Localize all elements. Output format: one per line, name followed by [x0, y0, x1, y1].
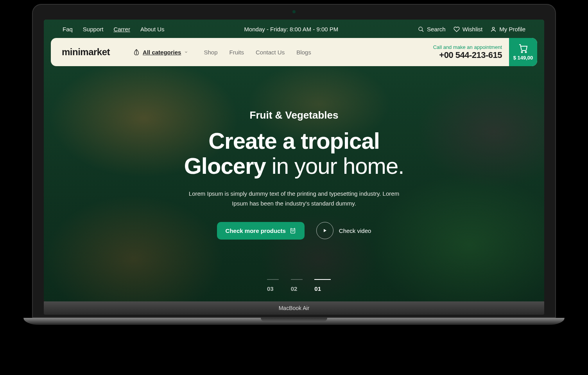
- hero-description: Lorem Ipsum is simply dummy text of the …: [188, 189, 400, 209]
- all-categories-button[interactable]: All categories: [133, 49, 188, 56]
- heart-icon: [454, 26, 460, 32]
- nav-links: Shop Fruits Contact Us Blogs: [204, 49, 311, 56]
- cart-icon: [518, 44, 528, 53]
- svg-marker-6: [324, 229, 326, 232]
- device-label-bar: MacBook Air: [44, 301, 544, 315]
- chevron-down-icon: [184, 50, 188, 54]
- camera-dot: [292, 10, 296, 13]
- laptop-mockup: Faq Support Carrer About Us Monday - Fri…: [32, 4, 556, 325]
- leaf-icon: [133, 49, 140, 55]
- page-01[interactable]: 01: [314, 285, 321, 292]
- video-label: Check video: [339, 227, 371, 234]
- user-icon: [490, 26, 497, 32]
- wishlist-link[interactable]: Wishlist: [454, 26, 483, 32]
- topbar-right: Search Wishlist My Profile: [418, 26, 525, 32]
- cta-label: Check more products: [226, 227, 286, 234]
- navbar: minimarket All categories Shop Fruits: [51, 38, 537, 66]
- call-block: Call and make an appointment +00 544-213…: [433, 44, 509, 60]
- hero-title-bold: Glocery: [184, 153, 266, 178]
- hero-actions: Check more products Check video: [59, 222, 529, 240]
- check-products-button[interactable]: Check more products: [217, 222, 305, 240]
- call-label: Call and make an appointment: [433, 44, 502, 50]
- search-icon: [418, 26, 424, 32]
- screen: Faq Support Carrer About Us Monday - Fri…: [44, 20, 544, 301]
- profile-link[interactable]: My Profile: [490, 26, 525, 32]
- wishlist-label: Wishlist: [463, 26, 483, 32]
- logo[interactable]: minimarket: [62, 47, 110, 58]
- svg-point-2: [493, 27, 495, 29]
- laptop-notch: [261, 318, 327, 321]
- laptop-base: [23, 318, 565, 325]
- cart-price: $ 149,00: [513, 55, 533, 61]
- search-label: Search: [427, 26, 446, 32]
- svg-line-1: [422, 30, 423, 32]
- topbar-link-support[interactable]: Support: [83, 26, 104, 32]
- all-categories-label: All categories: [143, 49, 181, 56]
- nav-contact[interactable]: Contact Us: [256, 49, 285, 56]
- check-video-button[interactable]: Check video: [316, 222, 371, 239]
- page-03[interactable]: 03: [267, 285, 274, 292]
- hero-section: Fruit & Vegetables Create a tropical Glo…: [44, 66, 544, 240]
- screen-bezel: Faq Support Carrer About Us Monday - Fri…: [32, 4, 556, 318]
- search-link[interactable]: Search: [418, 26, 446, 32]
- nav-shop[interactable]: Shop: [204, 49, 217, 56]
- hero-subtitle: Fruit & Vegetables: [59, 109, 529, 121]
- topbar-left: Faq Support Carrer About Us: [63, 26, 165, 32]
- nav-right: Call and make an appointment +00 544-213…: [433, 38, 537, 66]
- business-hours: Monday - Friday: 8:00 AM - 9:00 PM: [244, 26, 338, 32]
- topbar-link-carrer[interactable]: Carrer: [113, 26, 130, 32]
- bag-icon: [290, 227, 296, 234]
- phone-number[interactable]: +00 544-213-615: [433, 50, 502, 60]
- hero-title-line1: Create a tropical: [59, 128, 529, 153]
- svg-point-4: [525, 51, 527, 52]
- topbar: Faq Support Carrer About Us Monday - Fri…: [44, 20, 544, 38]
- hero-title-line2: Glocery in your home.: [59, 153, 529, 178]
- topbar-link-about[interactable]: About Us: [140, 26, 165, 32]
- svg-point-3: [522, 51, 523, 52]
- slide-pagination: 03 02 01: [267, 285, 321, 292]
- svg-point-0: [419, 27, 422, 31]
- nav-fruits[interactable]: Fruits: [229, 49, 244, 56]
- hero-title: Create a tropical Glocery in your home.: [59, 128, 529, 178]
- page-02[interactable]: 02: [291, 285, 298, 292]
- play-icon: [316, 222, 333, 239]
- topbar-link-faq[interactable]: Faq: [63, 26, 73, 32]
- profile-label: My Profile: [499, 26, 525, 32]
- hero-title-light: in your home.: [266, 153, 404, 178]
- cart-button[interactable]: $ 149,00: [509, 38, 537, 66]
- nav-blogs[interactable]: Blogs: [296, 49, 311, 56]
- device-label: MacBook Air: [279, 305, 310, 311]
